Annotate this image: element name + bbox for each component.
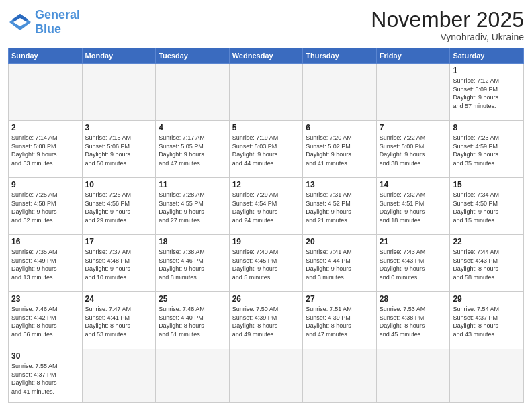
calendar-cell [376, 64, 450, 121]
day-info: Sunrise: 7:53 AM Sunset: 4:38 PM Dayligh… [380, 305, 447, 338]
day-number: 24 [85, 294, 153, 304]
day-number: 12 [232, 180, 300, 189]
calendar-week-3: 16Sunrise: 7:35 AM Sunset: 4:49 PM Dayli… [9, 235, 524, 292]
day-info: Sunrise: 7:48 AM Sunset: 4:40 PM Dayligh… [159, 305, 226, 338]
calendar-cell: 27Sunrise: 7:51 AM Sunset: 4:39 PM Dayli… [303, 292, 377, 349]
day-number: 16 [11, 237, 79, 246]
day-info: Sunrise: 7:44 AM Sunset: 4:43 PM Dayligh… [453, 248, 521, 281]
calendar-cell: 17Sunrise: 7:37 AM Sunset: 4:48 PM Dayli… [82, 235, 156, 292]
day-info: Sunrise: 7:22 AM Sunset: 5:00 PM Dayligh… [380, 134, 447, 167]
calendar-cell [82, 349, 156, 403]
day-info: Sunrise: 7:31 AM Sunset: 4:52 PM Dayligh… [306, 191, 373, 224]
calendar-cell [156, 349, 230, 403]
day-number: 17 [85, 237, 153, 246]
calendar-cell: 4Sunrise: 7:17 AM Sunset: 5:05 PM Daylig… [156, 121, 230, 178]
day-number: 28 [380, 294, 447, 304]
calendar-cell: 20Sunrise: 7:41 AM Sunset: 4:44 PM Dayli… [303, 235, 377, 292]
calendar-cell: 26Sunrise: 7:50 AM Sunset: 4:39 PM Dayli… [229, 292, 303, 349]
day-number: 29 [453, 294, 521, 304]
day-info: Sunrise: 7:12 AM Sunset: 5:09 PM Dayligh… [453, 77, 521, 110]
day-info: Sunrise: 7:38 AM Sunset: 4:46 PM Dayligh… [159, 248, 226, 281]
calendar-cell [450, 349, 524, 403]
calendar-cell: 18Sunrise: 7:38 AM Sunset: 4:46 PM Dayli… [156, 235, 230, 292]
page: GeneralBlue November 2025 Vynohradiv, Uk… [0, 0, 532, 411]
calendar-cell: 22Sunrise: 7:44 AM Sunset: 4:43 PM Dayli… [450, 235, 524, 292]
calendar-cell: 9Sunrise: 7:25 AM Sunset: 4:58 PM Daylig… [9, 178, 83, 235]
calendar-cell: 10Sunrise: 7:26 AM Sunset: 4:56 PM Dayli… [82, 178, 156, 235]
calendar-week-1: 2Sunrise: 7:14 AM Sunset: 5:08 PM Daylig… [9, 121, 524, 178]
day-number: 3 [85, 123, 153, 132]
day-number: 14 [380, 180, 447, 189]
day-number: 11 [159, 180, 226, 189]
calendar-cell [229, 349, 303, 403]
calendar-cell [303, 349, 377, 403]
location-subtitle: Vynohradiv, Ukraine [371, 32, 524, 42]
calendar-cell [376, 349, 450, 403]
day-info: Sunrise: 7:51 AM Sunset: 4:39 PM Dayligh… [306, 305, 373, 338]
day-number: 25 [159, 294, 226, 304]
calendar-cell: 1Sunrise: 7:12 AM Sunset: 5:09 PM Daylig… [450, 64, 524, 121]
day-info: Sunrise: 7:32 AM Sunset: 4:51 PM Dayligh… [380, 191, 447, 224]
day-info: Sunrise: 7:43 AM Sunset: 4:43 PM Dayligh… [380, 248, 447, 281]
day-info: Sunrise: 7:55 AM Sunset: 4:37 PM Dayligh… [11, 362, 79, 396]
day-number: 10 [85, 180, 153, 189]
calendar-cell [82, 64, 156, 121]
calendar-cell [156, 64, 230, 121]
day-info: Sunrise: 7:17 AM Sunset: 5:05 PM Dayligh… [159, 134, 226, 167]
logo-icon [8, 13, 32, 32]
calendar-cell: 13Sunrise: 7:31 AM Sunset: 4:52 PM Dayli… [303, 178, 377, 235]
calendar-cell: 3Sunrise: 7:15 AM Sunset: 5:06 PM Daylig… [82, 121, 156, 178]
calendar-table: SundayMondayTuesdayWednesdayThursdayFrid… [8, 48, 524, 403]
day-number: 21 [380, 237, 447, 246]
day-number: 23 [11, 294, 79, 304]
weekday-header-saturday: Saturday [450, 48, 524, 64]
day-info: Sunrise: 7:29 AM Sunset: 4:54 PM Dayligh… [232, 191, 300, 224]
day-number: 27 [306, 294, 373, 304]
calendar-cell: 2Sunrise: 7:14 AM Sunset: 5:08 PM Daylig… [9, 121, 83, 178]
day-info: Sunrise: 7:41 AM Sunset: 4:44 PM Dayligh… [306, 248, 373, 281]
calendar-cell: 23Sunrise: 7:46 AM Sunset: 4:42 PM Dayli… [9, 292, 83, 349]
calendar-week-2: 9Sunrise: 7:25 AM Sunset: 4:58 PM Daylig… [9, 178, 524, 235]
day-info: Sunrise: 7:25 AM Sunset: 4:58 PM Dayligh… [11, 191, 79, 224]
calendar-cell: 7Sunrise: 7:22 AM Sunset: 5:00 PM Daylig… [376, 121, 450, 178]
day-info: Sunrise: 7:34 AM Sunset: 4:50 PM Dayligh… [453, 191, 521, 224]
logo-text: GeneralBlue [35, 8, 80, 36]
header: GeneralBlue November 2025 Vynohradiv, Uk… [8, 8, 524, 42]
weekday-header-tuesday: Tuesday [156, 48, 230, 64]
day-info: Sunrise: 7:47 AM Sunset: 4:41 PM Dayligh… [85, 305, 153, 338]
calendar-cell: 15Sunrise: 7:34 AM Sunset: 4:50 PM Dayli… [450, 178, 524, 235]
calendar-week-5: 30Sunrise: 7:55 AM Sunset: 4:37 PM Dayli… [9, 349, 524, 403]
day-number: 19 [232, 237, 300, 246]
day-info: Sunrise: 7:19 AM Sunset: 5:03 PM Dayligh… [232, 134, 300, 167]
day-info: Sunrise: 7:37 AM Sunset: 4:48 PM Dayligh… [85, 248, 153, 281]
calendar-cell: 12Sunrise: 7:29 AM Sunset: 4:54 PM Dayli… [229, 178, 303, 235]
calendar-cell: 21Sunrise: 7:43 AM Sunset: 4:43 PM Dayli… [376, 235, 450, 292]
day-number: 18 [159, 237, 226, 246]
calendar-cell: 29Sunrise: 7:54 AM Sunset: 4:37 PM Dayli… [450, 292, 524, 349]
calendar-cell: 19Sunrise: 7:40 AM Sunset: 4:45 PM Dayli… [229, 235, 303, 292]
calendar-cell [303, 64, 377, 121]
calendar-cell: 14Sunrise: 7:32 AM Sunset: 4:51 PM Dayli… [376, 178, 450, 235]
weekday-header-monday: Monday [82, 48, 156, 64]
day-number: 9 [11, 180, 79, 189]
day-number: 13 [306, 180, 373, 189]
calendar-cell: 16Sunrise: 7:35 AM Sunset: 4:49 PM Dayli… [9, 235, 83, 292]
weekday-header-wednesday: Wednesday [229, 48, 303, 64]
day-number: 30 [11, 351, 79, 361]
calendar-cell: 11Sunrise: 7:28 AM Sunset: 4:55 PM Dayli… [156, 178, 230, 235]
weekday-header-friday: Friday [376, 48, 450, 64]
day-number: 20 [306, 237, 373, 246]
calendar-cell: 30Sunrise: 7:55 AM Sunset: 4:37 PM Dayli… [9, 349, 83, 403]
weekday-header-thursday: Thursday [303, 48, 377, 64]
weekday-header-row: SundayMondayTuesdayWednesdayThursdayFrid… [9, 48, 524, 64]
day-info: Sunrise: 7:40 AM Sunset: 4:45 PM Dayligh… [232, 248, 300, 281]
calendar-week-0: 1Sunrise: 7:12 AM Sunset: 5:09 PM Daylig… [9, 64, 524, 121]
day-number: 8 [453, 123, 521, 132]
weekday-header-sunday: Sunday [9, 48, 83, 64]
calendar-cell: 28Sunrise: 7:53 AM Sunset: 4:38 PM Dayli… [376, 292, 450, 349]
calendar-week-4: 23Sunrise: 7:46 AM Sunset: 4:42 PM Dayli… [9, 292, 524, 349]
day-number: 26 [232, 294, 300, 304]
day-info: Sunrise: 7:54 AM Sunset: 4:37 PM Dayligh… [453, 305, 521, 338]
day-info: Sunrise: 7:26 AM Sunset: 4:56 PM Dayligh… [85, 191, 153, 224]
day-number: 5 [232, 123, 300, 132]
